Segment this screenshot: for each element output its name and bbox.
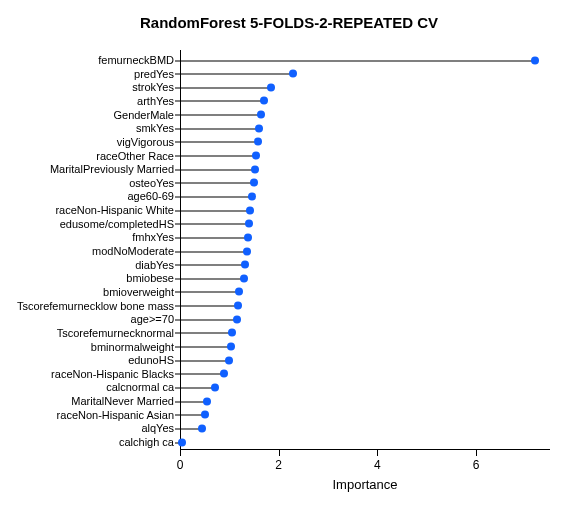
lollipop-stem (180, 210, 250, 211)
y-tick-label: MaritalNever Married (71, 395, 180, 408)
data-row: raceNon-Hispanic White (180, 204, 550, 217)
lollipop-stem (180, 224, 249, 225)
x-tick (377, 450, 378, 456)
data-row: Tscorefemurnecklow bone mass (180, 299, 550, 312)
data-point (211, 383, 219, 391)
data-row: raceNon-Hispanic Asian (180, 408, 550, 421)
x-tick (476, 450, 477, 456)
lollipop-stem (180, 196, 252, 197)
lollipop-stem (180, 265, 245, 266)
lollipop-stem (180, 183, 254, 184)
data-row: strokYes (180, 81, 550, 94)
lollipop-stem (180, 74, 293, 75)
y-tick-label: raceNon-Hispanic Asian (57, 408, 180, 421)
lollipop-stem (180, 292, 239, 293)
data-point (251, 165, 259, 173)
y-tick-label: calchigh ca (119, 436, 180, 449)
data-point (198, 424, 206, 432)
y-tick-label: osteoYes (129, 176, 180, 189)
y-tick-label: GenderMale (113, 108, 180, 121)
data-row: predYes (180, 67, 550, 80)
y-tick-label: bminormalweight (91, 340, 180, 353)
x-tick-label: 2 (275, 458, 282, 472)
chart-title: RandomForest 5-FOLDS-2-REPEATED CV (0, 0, 578, 37)
y-tick-label: MaritalPreviously Married (50, 163, 180, 176)
data-row: bmioverweight (180, 285, 550, 298)
y-tick-label: age60-69 (128, 190, 181, 203)
lollipop-stem (180, 360, 229, 361)
lollipop-stem (180, 374, 224, 375)
data-point (246, 206, 254, 214)
data-point (178, 438, 186, 446)
data-row: bminormalweight (180, 340, 550, 353)
data-point (267, 83, 275, 91)
lollipop-stem (180, 169, 255, 170)
lollipop-stem (180, 387, 215, 388)
data-point (241, 261, 249, 269)
chart-container: RandomForest 5-FOLDS-2-REPEATED CV Impor… (0, 0, 578, 505)
plot-area: Importance femurneckBMDpredYesstrokYesar… (180, 50, 550, 450)
x-tick-label: 6 (473, 458, 480, 472)
lollipop-stem (180, 333, 232, 334)
lollipop-stem (180, 60, 535, 61)
y-tick-label: edusome/completedHS (60, 217, 180, 230)
y-tick-label: predYes (134, 67, 180, 80)
data-point (240, 274, 248, 282)
lollipop-stem (180, 101, 264, 102)
data-point (260, 97, 268, 105)
data-row: edunoHS (180, 354, 550, 367)
data-row: GenderMale (180, 108, 550, 121)
data-row: alqYes (180, 422, 550, 435)
data-row: smkYes (180, 122, 550, 135)
y-tick-label: bmiobese (126, 272, 180, 285)
lollipop-stem (180, 306, 238, 307)
y-tick-label: arthYes (137, 94, 180, 107)
data-row: raceNon-Hispanic Blacks (180, 367, 550, 380)
data-row: diabYes (180, 258, 550, 271)
y-tick-label: modNoModerate (92, 245, 180, 258)
lollipop-stem (180, 142, 258, 143)
data-row: arthYes (180, 94, 550, 107)
y-tick-label: raceOther Race (96, 149, 180, 162)
x-axis-label: Importance (332, 477, 397, 492)
data-row: bmiobese (180, 272, 550, 285)
data-row: age>=70 (180, 313, 550, 326)
lollipop-stem (180, 156, 256, 157)
y-tick-label: raceNon-Hispanic White (55, 204, 180, 217)
data-point (235, 288, 243, 296)
y-tick-label: calcnormal ca (106, 381, 180, 394)
data-point (531, 56, 539, 64)
y-tick-label: edunoHS (128, 354, 180, 367)
data-point (243, 247, 251, 255)
data-point (228, 329, 236, 337)
data-point (234, 302, 242, 310)
y-tick-label: smkYes (136, 122, 180, 135)
y-tick-label: femurneckBMD (98, 54, 180, 67)
lollipop-stem (180, 237, 248, 238)
x-tick-label: 4 (374, 458, 381, 472)
y-tick-label: Tscorefemurnecknormal (57, 326, 180, 339)
data-point (233, 315, 241, 323)
data-point (255, 124, 263, 132)
data-row: Tscorefemurnecknormal (180, 326, 550, 339)
data-point (244, 233, 252, 241)
data-point (252, 152, 260, 160)
data-point (225, 356, 233, 364)
data-point (257, 111, 265, 119)
data-point (201, 411, 209, 419)
data-row: raceOther Race (180, 149, 550, 162)
y-tick-label: diabYes (135, 258, 180, 271)
data-row: modNoModerate (180, 245, 550, 258)
lollipop-stem (180, 128, 259, 129)
data-row: age60-69 (180, 190, 550, 203)
x-tick (279, 450, 280, 456)
lollipop-stem (180, 251, 247, 252)
data-point (227, 343, 235, 351)
data-row: osteoYes (180, 176, 550, 189)
data-row: calcnormal ca (180, 381, 550, 394)
y-tick-label: fmhxYes (132, 231, 180, 244)
x-tick-label: 0 (177, 458, 184, 472)
data-point (250, 179, 258, 187)
y-tick-label: raceNon-Hispanic Blacks (51, 367, 180, 380)
y-tick-label: bmioverweight (103, 285, 180, 298)
